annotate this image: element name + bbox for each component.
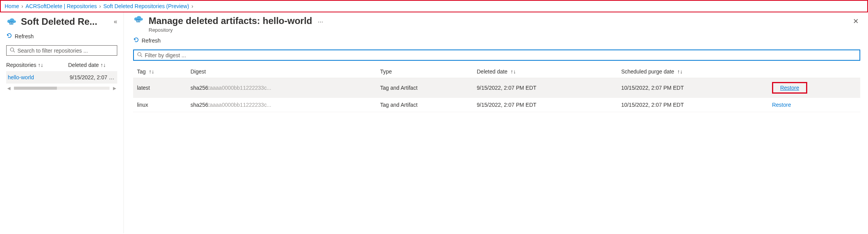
more-actions-button[interactable]: ⋯ [318, 19, 323, 25]
digest-filter[interactable] [133, 50, 860, 61]
svg-rect-3 [10, 24, 11, 24]
svg-rect-0 [9, 22, 13, 25]
repo-deleted-date: 9/15/2022, 2:07 PM EDT [70, 74, 116, 80]
breadcrumb-soft-deleted[interactable]: Soft Deleted Repositories (Preview) [103, 3, 189, 9]
sidebar: Soft Deleted Re... « Refresh Repositorie… [0, 12, 124, 233]
svg-rect-9 [139, 20, 140, 20]
cell-deleted-date: 9/15/2022, 2:07 PM EDT [473, 78, 617, 98]
cell-deleted-date: 9/15/2022, 2:07 PM EDT [473, 98, 617, 112]
sort-icon: ↑↓ [149, 68, 154, 75]
col-type: Type [376, 65, 473, 78]
search-icon [10, 47, 15, 54]
close-button[interactable]: ✕ [851, 15, 860, 27]
svg-rect-2 [12, 22, 13, 23]
refresh-icon [133, 37, 139, 44]
sidebar-search-input[interactable] [17, 48, 114, 54]
page-title: Manage deleted artifacts: hello-world [149, 15, 312, 26]
sort-icon: ↑↓ [100, 62, 106, 68]
svg-point-12 [138, 53, 141, 56]
chevron-right-icon: › [192, 3, 193, 9]
svg-line-6 [14, 51, 15, 53]
search-icon [137, 52, 142, 58]
container-registry-icon [6, 18, 17, 26]
sort-icon: ↑↓ [510, 68, 516, 75]
col-purge-date[interactable]: Scheduled purge date ↑↓ [617, 65, 768, 78]
cell-purge-date: 10/15/2022, 2:07 PM EDT [617, 78, 768, 98]
sidebar-refresh-button[interactable]: Refresh [6, 32, 117, 40]
cell-tag: latest [133, 78, 187, 98]
refresh-icon [6, 32, 12, 40]
svg-rect-7 [136, 19, 140, 22]
svg-line-13 [141, 56, 142, 57]
main-panel: Manage deleted artifacts: hello-world ⋯ … [124, 12, 868, 233]
main-refresh-button[interactable]: Refresh [133, 37, 161, 44]
artifacts-table: Tag ↑↓ Digest Type Deleted date ↑↓ Sched… [133, 65, 860, 112]
sidebar-row[interactable]: hello-world 9/15/2022, 2:07 PM EDT [6, 71, 117, 84]
col-deleted-date[interactable]: Deleted date ↑↓ [473, 65, 617, 78]
breadcrumb: Home › ACRSoftDelete | Repositories › So… [0, 0, 868, 12]
svg-rect-11 [139, 21, 140, 22]
cell-actions: Restore [768, 98, 860, 112]
cell-tag: linux [133, 98, 187, 112]
scroll-left-icon[interactable]: ◄ [6, 85, 12, 91]
restore-button[interactable]: Restore [772, 82, 807, 94]
sidebar-search[interactable] [6, 45, 117, 56]
refresh-label: Refresh [15, 33, 34, 39]
svg-rect-4 [12, 24, 13, 24]
svg-point-5 [10, 48, 14, 51]
sort-icon: ↑↓ [38, 62, 43, 68]
collapse-button[interactable]: « [114, 18, 117, 25]
horizontal-scrollbar[interactable]: ◄ ► [6, 85, 117, 91]
breadcrumb-registry[interactable]: ACRSoftDelete | Repositories [26, 3, 97, 9]
refresh-label: Refresh [142, 38, 161, 44]
container-registry-icon [133, 15, 144, 23]
svg-rect-8 [137, 20, 138, 20]
svg-rect-1 [10, 22, 11, 23]
breadcrumb-home[interactable]: Home [5, 3, 19, 9]
sort-icon: ↑↓ [677, 68, 683, 75]
cell-digest: sha256:aaaa0000bb11222233c... [187, 78, 376, 98]
repo-link[interactable]: hello-world [8, 74, 66, 80]
chevron-right-icon: › [99, 3, 101, 9]
col-digest: Digest [187, 65, 376, 78]
digest-filter-input[interactable] [145, 52, 856, 58]
col-deleted-date[interactable]: Deleted date ↑↓ [68, 62, 117, 68]
page-subtitle: Repository [149, 27, 847, 33]
cell-type: Tag and Artifact [376, 78, 473, 98]
svg-rect-10 [137, 21, 138, 22]
table-row[interactable]: linuxsha256:aaaa0000bb11222233c...Tag an… [133, 98, 860, 112]
cell-digest: sha256:aaaa0000bb11222233c... [187, 98, 376, 112]
scroll-right-icon[interactable]: ► [112, 85, 117, 91]
chevron-right-icon: › [21, 3, 23, 9]
cell-actions: Restore [768, 78, 860, 98]
sidebar-title: Soft Deleted Re... [21, 16, 110, 27]
cell-purge-date: 10/15/2022, 2:07 PM EDT [617, 98, 768, 112]
col-actions [768, 65, 860, 78]
table-row[interactable]: latestsha256:aaaa0000bb11222233c...Tag a… [133, 78, 860, 98]
col-repositories[interactable]: Repositories ↑↓ [6, 62, 64, 68]
col-tag[interactable]: Tag ↑↓ [133, 65, 187, 78]
cell-type: Tag and Artifact [376, 98, 473, 112]
restore-button[interactable]: Restore [772, 102, 791, 108]
